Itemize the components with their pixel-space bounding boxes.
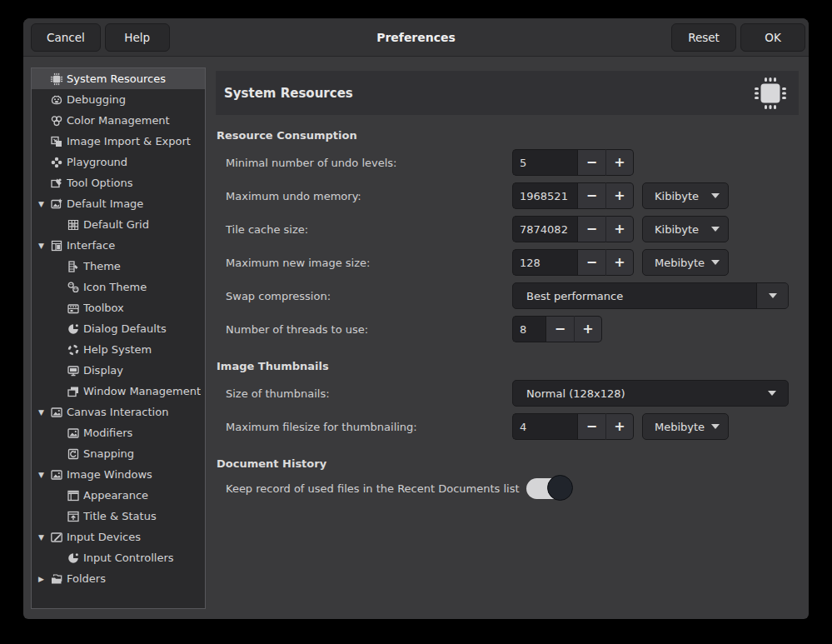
expander-open-icon[interactable]: ▼ [37, 200, 50, 208]
debugging-icon [50, 93, 64, 107]
sidebar-item-label: Canvas Interaction [67, 406, 168, 418]
sidebar-item-default-image[interactable]: ▼ Default Image [32, 193, 205, 214]
thumbnail-filesize-spinner: − + [512, 413, 634, 440]
thumbnail-filesize-unit-dropdown[interactable]: Mebibyte [642, 413, 729, 440]
canvas-interaction-icon [50, 406, 64, 419]
decrement-button[interactable]: − [577, 182, 605, 209]
expander-open-icon[interactable]: ▼ [37, 242, 50, 250]
chevron-down-icon [711, 227, 720, 232]
sidebar-item-appearance[interactable]: Appearance [32, 485, 205, 506]
sidebar-item-system-resources[interactable]: System Resources [32, 68, 205, 89]
expander-closed-icon[interactable]: ▶ [37, 575, 50, 583]
default-grid-icon [67, 218, 81, 232]
sidebar-item-snapping[interactable]: Snapping [32, 443, 205, 464]
decrement-button[interactable]: − [577, 249, 605, 276]
sidebar-item-icon-theme[interactable]: Icon Theme [32, 277, 205, 297]
reset-button[interactable]: Reset [671, 23, 736, 52]
new-image-size-input[interactable] [512, 249, 577, 276]
undo-levels-spinner: − + [512, 149, 634, 176]
sidebar-item-dialog-defaults[interactable]: Dialog Defaults [32, 318, 205, 339]
help-button[interactable]: Help [105, 23, 170, 52]
section-heading-image-thumbnails: Image Thumbnails [217, 360, 799, 373]
sidebar-item-label: Dialog Defaults [83, 322, 167, 335]
sidebar-item-label: Input Devices [67, 531, 141, 543]
swap-compression-combo[interactable]: Best performance [512, 282, 789, 309]
system-resources-icon [50, 72, 64, 86]
sidebar-item-folders[interactable]: ▶ Folders [32, 568, 205, 589]
sidebar-item-interface[interactable]: ▼ Interface [32, 235, 205, 256]
default-image-icon [50, 197, 64, 211]
sidebar-item-theme[interactable]: Theme [32, 256, 205, 277]
sidebar-item-image-import-export[interactable]: Image Import & Export [32, 131, 205, 152]
sidebar-item-label: Interface [67, 239, 115, 252]
increment-button[interactable]: + [605, 182, 634, 209]
combo-arrow-box [756, 283, 788, 308]
ok-button[interactable]: OK [740, 23, 805, 52]
threads-input[interactable] [512, 316, 546, 342]
undo-levels-input[interactable] [512, 149, 577, 176]
undo-levels-label: Minimal number of undo levels: [216, 157, 512, 169]
sidebar-item-input-devices[interactable]: ▼ Input Devices [32, 527, 205, 547]
sidebar-item-color-management[interactable]: Color Management [32, 110, 205, 131]
new-image-size-unit-dropdown[interactable]: Mebibyte [642, 249, 729, 276]
increment-button[interactable]: + [605, 249, 634, 276]
undo-memory-label: Maximum undo memory: [216, 190, 512, 202]
sidebar-item-label: Tool Options [67, 177, 133, 189]
sidebar-item-modifiers[interactable]: Modifiers [32, 422, 205, 443]
expander-open-icon[interactable]: ▼ [37, 408, 50, 417]
tile-cache-input[interactable] [512, 216, 577, 242]
sidebar-item-image-windows[interactable]: ▼ Image Windows [32, 464, 205, 485]
thumbnail-size-combo[interactable]: Normal (128x128) [512, 380, 789, 407]
increment-button[interactable]: + [605, 413, 634, 440]
input-controllers-icon [67, 552, 81, 565]
unit-value: Kibibyte [655, 223, 711, 236]
undo-levels-row: Minimal number of undo levels: − + [216, 146, 799, 179]
decrement-button[interactable]: − [577, 149, 605, 176]
sidebar-item-label: Input Controllers [83, 552, 174, 564]
sidebar-item-debugging[interactable]: Debugging [32, 89, 205, 110]
thumbnail-size-label: Size of thumbnails: [216, 387, 512, 400]
dialog-defaults-icon [67, 322, 81, 336]
recent-documents-toggle[interactable] [526, 478, 571, 499]
sidebar-item-label: System Resources [67, 72, 166, 85]
undo-memory-unit-dropdown[interactable]: Kibibyte [642, 182, 729, 209]
sidebar-item-tool-options[interactable]: Tool Options [32, 172, 205, 193]
sidebar-item-label: Debugging [67, 93, 126, 106]
sidebar-item-label: Appearance [83, 489, 148, 502]
combo-value: Best performance [513, 290, 756, 302]
new-image-size-row: Maximum new image size: − + Mebibyte [216, 246, 799, 279]
expander-open-icon[interactable]: ▼ [37, 533, 50, 542]
increment-button[interactable]: + [605, 216, 634, 242]
sidebar-item-window-management[interactable]: Window Management [32, 381, 205, 402]
sidebar-item-playground[interactable]: Playground [32, 152, 205, 172]
thumbnail-filesize-input[interactable] [512, 413, 577, 440]
thumbnail-filesize-row: Maximum filesize for thumbnailing: − + M… [216, 410, 799, 443]
increment-button[interactable]: + [574, 316, 602, 342]
new-image-size-spinner: − + [512, 249, 634, 276]
sidebar-item-toolbox[interactable]: Toolbox [32, 297, 205, 318]
swap-compression-row: Swap compression: Best performance [216, 279, 799, 312]
sidebar-item-label: Color Management [67, 114, 170, 127]
toggle-knob [547, 475, 573, 501]
sidebar-item-input-controllers[interactable]: Input Controllers [32, 547, 205, 568]
sidebar-item-display[interactable]: Display [32, 360, 205, 381]
decrement-button[interactable]: − [546, 316, 574, 342]
combo-value: Normal (128x128) [513, 387, 756, 400]
sidebar-item-canvas-interaction[interactable]: ▼ Canvas Interaction [32, 402, 205, 422]
modifiers-icon [67, 427, 81, 440]
decrement-button[interactable]: − [577, 413, 605, 440]
image-windows-icon [50, 468, 64, 482]
sidebar-item-label: Help System [83, 343, 152, 356]
expander-open-icon[interactable]: ▼ [37, 471, 50, 479]
sidebar-item-default-grid[interactable]: Default Grid [32, 214, 205, 235]
undo-memory-input[interactable] [512, 182, 577, 209]
tile-cache-unit-dropdown[interactable]: Kibibyte [642, 216, 729, 242]
sidebar-item-help-system[interactable]: Help System [32, 339, 205, 360]
decrement-button[interactable]: − [577, 216, 605, 242]
sidebar-item-label: Modifiers [83, 427, 132, 439]
system-resources-panel: System Resources Resource Consumption Mi… [216, 71, 799, 502]
sidebar-item-title-status[interactable]: Title & Status [32, 506, 205, 527]
cancel-button[interactable]: Cancel [31, 23, 101, 52]
thumbnail-size-row: Size of thumbnails: Normal (128x128) [216, 377, 799, 410]
increment-button[interactable]: + [605, 149, 634, 176]
